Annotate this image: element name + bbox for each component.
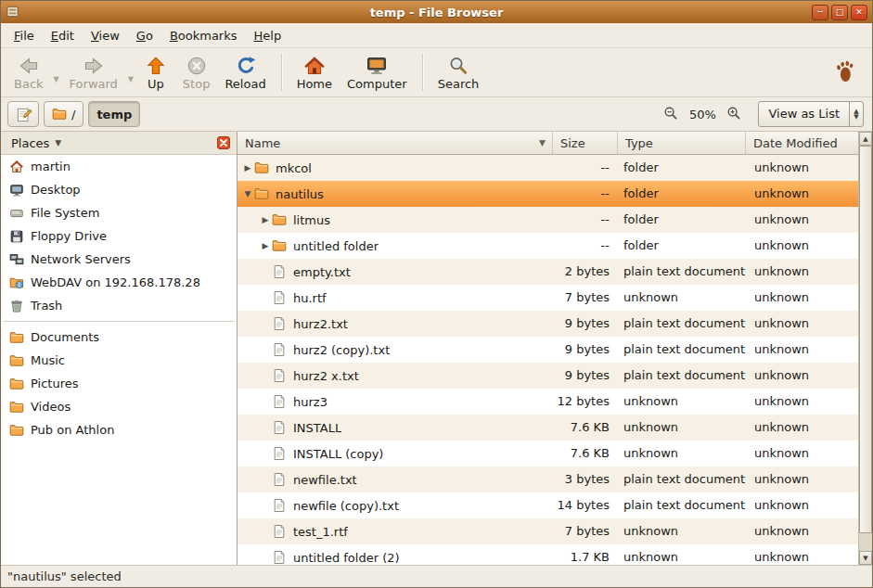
column-header-date-modified-label: Date Modified <box>753 136 838 150</box>
path-root-button[interactable]: / <box>44 101 83 127</box>
place-file-system[interactable]: File System <box>1 201 237 224</box>
main-content: Places ▼ martinDesktopFile SystemFloppy … <box>1 132 872 565</box>
menu-help[interactable]: Help <box>246 25 290 46</box>
file-row-newfile-copy-txt[interactable]: newfile (copy).txt14 bytesplain text doc… <box>238 492 858 518</box>
desktop-icon <box>9 183 24 198</box>
view-as-select[interactable]: View as List ▲▼ <box>758 101 864 127</box>
place-music[interactable]: Music <box>1 349 237 372</box>
zoom-out-button[interactable] <box>661 104 681 124</box>
place-network-servers[interactable]: Network Servers <box>1 248 237 271</box>
file-row-untitled-folder[interactable]: ▶untitled folder--folderunknown <box>238 233 858 259</box>
toolbar-up-button[interactable]: Up <box>136 53 175 92</box>
column-header-name[interactable]: Name ▼ <box>238 132 553 155</box>
file-row-hurz2-txt[interactable]: hurz2.txt9 bytesplain text documentunkno… <box>238 311 858 337</box>
toolbar-back-label: Back <box>14 77 44 91</box>
place-documents[interactable]: Documents <box>1 326 237 349</box>
column-header-date-modified[interactable]: Date Modified <box>746 132 858 155</box>
zoom-in-button[interactable] <box>724 104 744 124</box>
file-type-cell: unknown <box>618 441 746 467</box>
file-row-install-copy[interactable]: INSTALL (copy)7.6 KBunknownunknown <box>238 441 858 467</box>
file-row-hurz3[interactable]: hurz312 bytesunknownunknown <box>238 389 858 415</box>
place-pictures[interactable]: Pictures <box>1 372 237 395</box>
titlebar[interactable]: temp - File Browser ─□✕ <box>1 1 872 23</box>
file-modified-cell: unknown <box>746 415 858 441</box>
places-header: Places ▼ <box>1 132 237 155</box>
file-row-litmus[interactable]: ▶litmus--folderunknown <box>238 207 858 233</box>
path-current-button[interactable]: temp <box>88 101 140 127</box>
scroll-down-icon[interactable]: ▼ <box>859 551 872 565</box>
column-header-type[interactable]: Type <box>618 132 746 155</box>
menu-file[interactable]: File <box>6 25 43 46</box>
file-type-cell: plain text document <box>618 259 746 285</box>
file-icon <box>272 446 287 461</box>
menu-edit[interactable]: Edit <box>43 25 83 46</box>
menu-bookmarks[interactable]: Bookmarks <box>161 25 246 46</box>
places-dropdown-button[interactable]: Places ▼ <box>6 134 66 152</box>
toolbar-back-dropdown-icon[interactable]: ▼ <box>51 62 62 83</box>
toolbar-up-label: Up <box>148 77 164 91</box>
place-trash[interactable]: Trash <box>1 294 237 317</box>
place-desktop[interactable]: Desktop <box>1 178 237 201</box>
file-size-cell: 9 bytes <box>553 337 618 363</box>
sidebar-close-icon[interactable] <box>217 136 231 150</box>
place-martin[interactable]: martin <box>1 155 237 178</box>
file-row-nautilus[interactable]: ▼nautilus--folderunknown <box>238 181 858 207</box>
place-label: File System <box>31 206 99 220</box>
close-button[interactable]: ✕ <box>851 5 867 20</box>
file-row-hurz2-x-txt[interactable]: hurz2 x.txt9 bytesplain text documentunk… <box>238 363 858 389</box>
file-name-label: INSTALL (copy) <box>293 447 383 461</box>
file-row-hu-rtf[interactable]: hu.rtf7 bytesunknownunknown <box>238 285 858 311</box>
toolbar-forward-label: Forward <box>70 77 118 91</box>
place-videos[interactable]: Videos <box>1 395 237 418</box>
maximize-button[interactable]: □ <box>831 5 848 20</box>
menu-go[interactable]: Go <box>128 25 161 46</box>
file-icon <box>272 420 287 435</box>
toolbar-forward-dropdown-icon[interactable]: ▼ <box>125 62 136 83</box>
file-type-cell: plain text document <box>618 311 746 337</box>
file-name-cell: ▶litmus <box>238 207 553 233</box>
file-row-empty-txt[interactable]: empty.txt2 bytesplain text documentunkno… <box>238 259 858 285</box>
menu-view[interactable]: View <box>83 25 128 46</box>
file-row-test-1-rtf[interactable]: test_1.rtf7 bytesunknownunknown <box>238 518 858 544</box>
toolbar-reload-button[interactable]: Reload <box>217 53 273 92</box>
toolbar-forward-group: Forward▼ <box>62 53 136 92</box>
stop-icon <box>186 55 208 77</box>
view-as-spinner-icon[interactable]: ▲▼ <box>849 102 863 126</box>
expander-collapsed-icon[interactable]: ▶ <box>259 241 272 250</box>
file-modified-cell: unknown <box>746 389 858 415</box>
scrollbar-thumb[interactable] <box>859 146 872 533</box>
file-row-untitled-folder-2[interactable]: untitled folder (2)1.7 KBunknownunknown <box>238 544 858 565</box>
toolbar-search-button[interactable]: Search <box>430 53 487 92</box>
expander-collapsed-icon[interactable]: ▶ <box>241 163 254 173</box>
place-pub-on-athlon[interactable]: Pub on Athlon <box>1 418 237 441</box>
toolbar-computer-button[interactable]: Computer <box>340 53 415 92</box>
folder-icon <box>9 400 24 415</box>
toggle-location-entry-button[interactable] <box>7 101 39 127</box>
file-icon <box>272 264 287 279</box>
folder-icon <box>254 160 269 175</box>
file-row-install[interactable]: INSTALL7.6 KBunknownunknown <box>238 415 858 441</box>
place-floppy-drive[interactable]: Floppy Drive <box>1 224 237 248</box>
vertical-scrollbar[interactable]: ▲ ▼ <box>858 132 872 565</box>
file-row-newfile-txt[interactable]: newfile.txt3 bytesplain text documentunk… <box>238 467 858 492</box>
file-size-cell: -- <box>553 207 618 233</box>
scroll-up-icon[interactable]: ▲ <box>859 132 872 146</box>
expander-collapsed-icon[interactable]: ▶ <box>259 215 272 224</box>
place-webdav-on-192-168-178-28[interactable]: WebDAV on 192.168.178.28 <box>1 271 237 294</box>
zoom-level[interactable]: 50% <box>686 108 719 121</box>
path-root-label: / <box>71 108 75 121</box>
place-label: Trash <box>31 299 62 313</box>
folder-icon <box>9 330 24 345</box>
toolbar-home-button[interactable]: Home <box>289 53 340 92</box>
file-row-hurz2-copy-txt[interactable]: hurz2 (copy).txt9 bytesplain text docume… <box>238 337 858 363</box>
column-header-size[interactable]: Size <box>553 132 618 155</box>
file-size-cell: -- <box>553 181 618 207</box>
file-browser-window: temp - File Browser ─□✕ FileEditViewGoBo… <box>0 0 873 588</box>
expander-expanded-icon[interactable]: ▼ <box>241 189 254 198</box>
file-modified-cell: unknown <box>746 155 858 181</box>
file-row-mkcol[interactable]: ▶mkcol--folderunknown <box>238 155 858 181</box>
trash-icon <box>9 299 24 313</box>
minimize-button[interactable]: ─ <box>812 5 828 20</box>
path-current-label: temp <box>96 108 132 121</box>
file-name-cell: hurz2 x.txt <box>238 363 553 389</box>
